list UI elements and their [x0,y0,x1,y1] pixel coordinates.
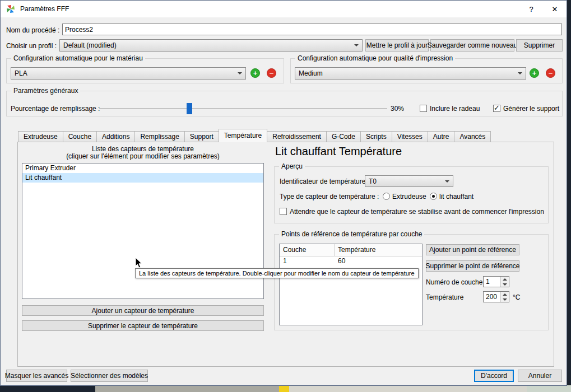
profile-select[interactable]: Default (modified) [59,39,363,52]
general-settings-title: Paramètres généraux [11,87,80,95]
wait-stabilize-checkbox[interactable] [280,208,287,215]
profile-label: Choisir un profil : [6,42,57,50]
chevron-down-icon [238,72,242,74]
tab-temperature[interactable]: Température [219,129,267,142]
setpoint-temperature-value: 200 [484,292,500,302]
quality-selected-value: Medium [299,69,323,77]
column-header-couche[interactable]: Couche [280,244,335,256]
include-raft-label: Inclure le radeau [430,105,480,113]
titlebar-buttons: ? ✕ [519,1,567,17]
quality-select[interactable]: Medium [295,67,526,80]
background-app [527,385,571,392]
spinner-arrows [500,292,509,302]
add-material-button[interactable]: + [250,68,260,78]
infill-slider-groove[interactable] [99,108,387,109]
setpoint-temperature-spinner[interactable]: 200 [483,291,509,302]
help-button[interactable]: ? [519,1,543,17]
tab-refroidissement[interactable]: Refroidissement [267,131,327,142]
remove-quality-button[interactable]: − [546,68,555,78]
chevron-down-icon [445,180,449,183]
sensor-listbox[interactable]: Primary Extruder Lit chauffant [22,163,264,299]
temperature-unit-label: °C [513,293,520,301]
screen: Paramètres FFF ? ✕ Nom du procédé : Choi… [0,0,571,392]
list-item-lit-chauffant[interactable]: Lit chauffant [22,173,263,183]
wait-stabilize-label: Attendre que le capteur de température s… [290,208,544,216]
ok-button[interactable]: D'accord [474,370,514,382]
plus-icon: + [532,69,537,77]
layer-number-label: Numéro de couche [426,278,482,286]
generate-support-label: Générer le support [503,105,559,113]
temperature-identifier-value: T0 [369,178,377,185]
cell-temperature: 60 [335,256,422,267]
sensor-list-tooltip: La liste des capteurs de température. Do… [135,268,419,278]
temperature-identifier-select[interactable]: T0 [365,175,453,187]
material-select[interactable]: PLA [11,67,246,80]
save-as-new-button[interactable]: Sauvegarder comme nouveau [430,39,514,52]
tab-remplissage[interactable]: Remplissage [134,131,184,142]
general-settings-group: Paramètres généraux [6,91,563,116]
spin-down-button[interactable] [501,297,509,302]
overview-group-title: Aperçu [279,162,305,170]
add-quality-button[interactable]: + [530,68,539,78]
background-app [95,385,279,392]
minus-icon: − [270,69,274,77]
setpoint-temperature-label: Température [426,293,463,301]
column-header-temperature[interactable]: Température [335,244,422,256]
quality-group-title: Configuration automatique pour qualité d… [295,54,455,62]
include-raft-checkbox[interactable] [420,105,427,112]
tab-vitesses[interactable]: Vitesses [392,131,428,142]
spin-up-button[interactable] [501,292,509,297]
setpoints-table-header: Couche Température [280,244,422,256]
sensor-type-label: Type de capteur de température : [280,193,379,200]
spin-up-button[interactable] [501,277,509,282]
tab-couche[interactable]: Couche [63,131,97,142]
profile-selected-value: Default (modified) [63,41,117,49]
tab-additions[interactable]: Additions [96,131,135,142]
add-sensor-button[interactable]: Ajouter un capteur de température [22,305,264,316]
remove-setpoint-button[interactable]: Supprimer le point de référence [426,260,519,272]
radio-extrudeuse[interactable] [383,193,390,200]
list-item-primary-extruder[interactable]: Primary Extruder [22,164,263,173]
table-row[interactable]: 1 60 [280,256,422,267]
add-setpoint-button[interactable]: Ajouter un point de référence [426,244,519,255]
tab-support[interactable]: Support [184,131,219,142]
spin-down-button[interactable] [501,282,509,287]
hide-advanced-button[interactable]: Masquer les avancés [6,370,67,382]
infill-slider-thumb[interactable] [187,103,192,114]
tab-avances[interactable]: Avancés [454,131,491,142]
generate-support-checkbox[interactable] [493,105,500,112]
infill-percentage-value: 30% [391,105,404,113]
mouse-cursor [135,257,143,270]
tab-autre[interactable]: Autre [428,131,455,142]
plus-icon: + [253,69,258,77]
cancel-button[interactable]: Annuler [518,370,562,382]
radio-extrudeuse-label[interactable]: Extrudeuse [392,193,426,200]
temperature-identifier-label: Identificateur de température [280,178,365,185]
setpoints-group-title: Points de référence de température par c… [279,230,424,238]
tab-extrudeuse[interactable]: Extrudeuse [18,131,63,142]
remove-material-button[interactable]: − [267,68,276,78]
delete-profile-button[interactable]: Supprimer [516,39,563,52]
select-models-button[interactable]: Sélectionner des modèles [71,370,148,382]
radio-lit-chauffant-label[interactable]: lit chauffant [439,193,473,200]
dialog-parametres-fff: Paramètres FFF ? ✕ Nom du procédé : Choi… [0,0,567,386]
radio-lit-chauffant[interactable] [430,193,437,200]
process-name-label: Nom du procédé : [6,26,59,34]
tab-gcode[interactable]: G-Code [326,131,361,142]
chevron-down-icon [518,72,522,74]
remove-sensor-button[interactable]: Supprimer le capteur de température [22,320,264,331]
process-name-input[interactable] [62,24,562,35]
titlebar[interactable]: Paramètres FFF ? ✕ [1,1,567,17]
layer-number-spinner[interactable]: 1 [483,276,509,287]
spinner-arrows [500,277,509,287]
setpoints-table: Couche Température 1 60 [279,244,423,325]
close-button[interactable]: ✕ [543,1,567,17]
infill-percentage-label: Pourcentage de remplissage : [11,105,100,113]
cell-couche: 1 [280,256,335,267]
chevron-down-icon [354,44,359,46]
material-group-title: Configuration automatique pour le matéri… [11,54,145,62]
detail-heading: Lit chauffant Température [275,145,402,158]
tab-scripts[interactable]: Scripts [360,131,392,142]
update-profile-button[interactable]: Mettre le profil à jour [365,39,429,52]
minus-icon: − [549,69,553,77]
